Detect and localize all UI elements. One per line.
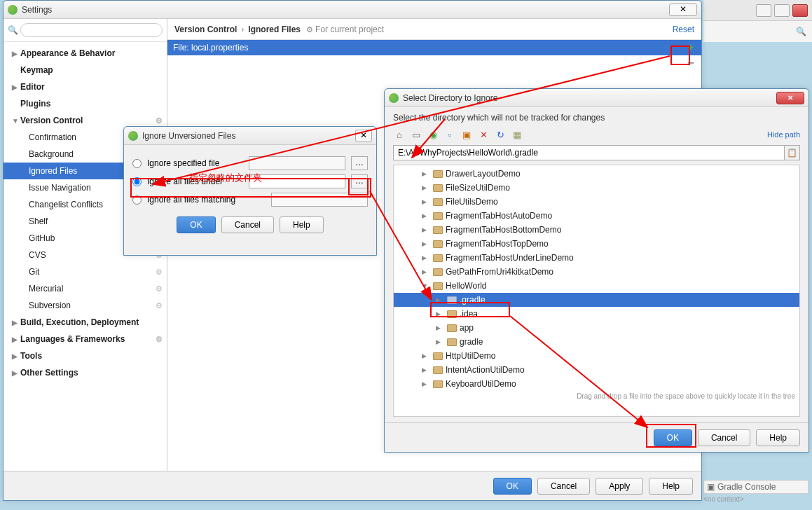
ok-button[interactable]: OK xyxy=(177,216,215,233)
tree-node[interactable]: ▶DrawerLayoutDemo xyxy=(394,167,799,181)
tree-editor[interactable]: ▶Editor xyxy=(4,78,167,95)
files-under-input[interactable] xyxy=(249,174,345,188)
matching-input xyxy=(271,193,368,207)
breadcrumb-2[interactable]: Ignored Files xyxy=(248,25,301,34)
tree-node[interactable]: ▶app xyxy=(394,321,799,335)
specified-file-input xyxy=(249,156,345,170)
close-icon[interactable]: ✕ xyxy=(669,4,697,16)
radio-specified-file[interactable] xyxy=(132,159,142,168)
radio-files-under[interactable] xyxy=(132,177,142,186)
tree-plugins[interactable]: Plugins xyxy=(4,95,167,112)
tree-mercurial[interactable]: Mercurial⚙ xyxy=(4,280,167,297)
path-history-button[interactable]: 📋 xyxy=(785,145,800,160)
path-input[interactable] xyxy=(393,145,785,160)
help-button[interactable]: Help xyxy=(756,429,800,446)
tree-node[interactable]: ▶FragmentTabHostTopDemo xyxy=(394,237,799,251)
ok-button[interactable]: OK xyxy=(654,429,692,446)
tree-node[interactable]: ▶GetPathFromUri4kitkatDemo xyxy=(394,265,799,279)
tree-node[interactable]: ▶gradle xyxy=(394,335,799,349)
tree-git[interactable]: Git⚙ xyxy=(4,263,167,280)
hide-path-link[interactable]: Hide path xyxy=(767,130,800,139)
tree-node[interactable]: ▶HttpUtilDemo xyxy=(394,349,799,363)
tree-node[interactable]: ▶.idea xyxy=(394,307,799,321)
gradle-console-tab[interactable]: ▣Gradle Console xyxy=(703,480,808,494)
close-icon[interactable]: ✕ xyxy=(355,130,372,142)
tree-node[interactable]: ▶.gradle xyxy=(394,293,799,307)
ignored-file-row[interactable]: File: local.properties xyxy=(167,40,701,55)
app-icon xyxy=(389,93,399,103)
tree-other[interactable]: ▶Other Settings xyxy=(4,364,167,381)
tree-tools[interactable]: ▶Tools xyxy=(4,347,167,364)
tree-node[interactable]: ▶FileUtilsDemo xyxy=(394,195,799,209)
tree-node[interactable]: ▶IntentActionUtilDemo xyxy=(394,363,799,377)
search-icon[interactable]: 🔍 xyxy=(796,27,806,36)
seldir-title: Select Directory to Ignore xyxy=(403,93,776,103)
radio-matching-label: Ignore all files matching xyxy=(147,195,235,205)
tree-node[interactable]: ▶FragmentTabHostAutoDemo xyxy=(394,209,799,223)
app-icon xyxy=(128,131,138,141)
select-directory-dialog: Select Directory to Ignore ✕ Select the … xyxy=(384,88,809,453)
drag-hint: Drag and drop a file into the space abov… xyxy=(394,391,799,401)
settings-title: Settings xyxy=(22,5,667,15)
browse-file-button[interactable]: … xyxy=(351,156,368,170)
new-folder-icon[interactable]: ▣ xyxy=(460,128,473,141)
tree-languages[interactable]: ▶Languages & Frameworks⚙ xyxy=(4,331,167,347)
tree-appearance[interactable]: ▶Appearance & Behavior xyxy=(4,45,167,62)
project-scope-badge: ⚙ For current project xyxy=(306,25,384,34)
ignore-unv-title: Ignore Unversioned Files xyxy=(142,131,353,141)
ok-button[interactable]: OK xyxy=(493,478,532,495)
apply-button[interactable]: Apply xyxy=(596,478,643,495)
delete-icon[interactable]: ✕ xyxy=(477,128,490,141)
radio-specified-file-label: Ignore specified file xyxy=(147,158,219,168)
annotation-text: 指定忽略的文件夹 xyxy=(189,172,262,184)
tree-build[interactable]: ▶Build, Execution, Deployment xyxy=(4,314,167,331)
settings-search-input[interactable] xyxy=(20,23,163,37)
tree-node[interactable]: ▼HelloWorld xyxy=(394,279,799,293)
project-icon[interactable]: ◉ xyxy=(427,128,439,141)
reset-link[interactable]: Reset xyxy=(673,25,694,34)
ignore-unversioned-dialog: Ignore Unversioned Files ✕ Ignore specif… xyxy=(123,126,377,256)
tree-node[interactable]: ▶FragmentTabHostBottomDemo xyxy=(394,223,799,237)
cancel-button[interactable]: Cancel xyxy=(221,216,274,233)
seldir-hint: Select the directory which will not be t… xyxy=(393,113,800,123)
settings-tree: ▶Appearance & Behavior Keymap ▶Editor Pl… xyxy=(4,42,167,471)
context-status: <no context> xyxy=(703,495,808,503)
browse-dir-button[interactable]: … xyxy=(351,174,368,188)
cancel-button[interactable]: Cancel xyxy=(537,478,590,495)
directory-tree[interactable]: ▶DrawerLayoutDemo▶FileSizeUtilDemo▶FileU… xyxy=(393,165,800,417)
tree-node[interactable]: ▶KeyboardUtilDemo xyxy=(394,377,799,391)
radio-matching[interactable] xyxy=(132,195,142,205)
refresh-icon[interactable]: ↻ xyxy=(494,128,507,141)
home-icon[interactable]: ⌂ xyxy=(393,128,406,141)
show-hidden-icon[interactable]: ▦ xyxy=(511,128,523,141)
tree-node[interactable]: ▶FileSizeUtilDemo xyxy=(394,181,799,195)
remove-button[interactable]: − xyxy=(683,55,699,71)
cancel-button[interactable]: Cancel xyxy=(698,429,750,446)
close-icon[interactable]: ✕ xyxy=(776,92,804,104)
help-button[interactable]: Help xyxy=(649,478,693,495)
tree-subversion[interactable]: Subversion⚙ xyxy=(4,297,167,314)
tree-node[interactable]: ▶FragmentTabHostUnderLineDemo xyxy=(394,251,799,265)
add-button[interactable]: + xyxy=(683,40,699,55)
module-icon[interactable]: ▫ xyxy=(443,128,456,141)
help-button[interactable]: Help xyxy=(280,216,324,233)
tree-keymap[interactable]: Keymap xyxy=(4,62,167,78)
app-icon xyxy=(8,5,18,15)
desktop-icon[interactable]: ▭ xyxy=(410,128,422,141)
search-icon: 🔍 xyxy=(8,25,18,35)
breadcrumb-1[interactable]: Version Control xyxy=(174,25,237,34)
